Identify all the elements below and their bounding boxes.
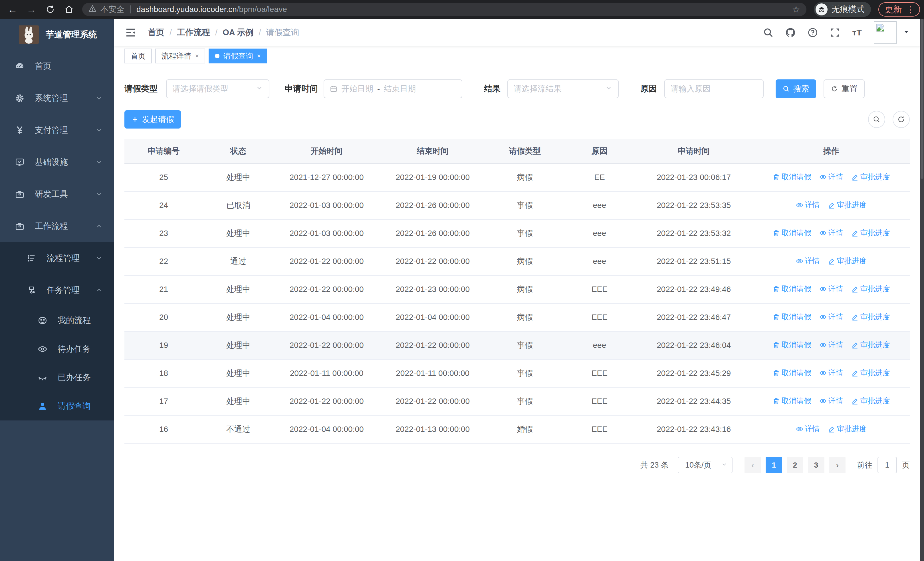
reload-icon[interactable] [45, 4, 56, 15]
bookmark-star-icon[interactable]: ☆ [792, 4, 800, 15]
sidebar-item-我的流程[interactable]: 我的流程 [0, 306, 114, 335]
chevron-down-icon [95, 95, 103, 102]
sidebar-item-待办任务[interactable]: 待办任务 [0, 335, 114, 363]
cancel-action-link[interactable]: 取消请假 [772, 340, 811, 350]
search-icon[interactable] [761, 26, 775, 39]
detail-action-link[interactable]: 详情 [819, 340, 843, 350]
progress-action-link[interactable]: 审批进度 [828, 256, 867, 266]
progress-action-link[interactable]: 审批进度 [828, 424, 867, 434]
home-icon[interactable] [63, 4, 75, 15]
reset-button[interactable]: 重置 [824, 80, 865, 98]
progress-action-link[interactable]: 审批进度 [851, 368, 890, 378]
back-icon[interactable]: ← [7, 4, 18, 15]
cancel-action-link[interactable]: 取消请假 [772, 284, 811, 294]
refresh-table-button[interactable] [892, 111, 910, 128]
prev-page-button[interactable]: ‹ [744, 457, 761, 473]
table-header-row: 申请编号状态开始时间结束时间请假类型原因申请时间操作 [124, 139, 910, 163]
search-button[interactable]: 搜索 [776, 80, 816, 98]
progress-action-link[interactable]: 审批进度 [851, 396, 890, 406]
cancel-action-link[interactable]: 取消请假 [772, 312, 811, 322]
eye-icon [796, 425, 803, 433]
start-date-placeholder[interactable]: 开始日期 [341, 83, 373, 94]
tab-请假查询[interactable]: 请假查询× [208, 48, 267, 63]
sidebar-item-系统管理[interactable]: 系统管理 [0, 82, 114, 114]
sidebar-item-工作流程[interactable]: 工作流程 [0, 210, 114, 242]
github-icon[interactable] [784, 26, 797, 39]
cell-apply-time: 2022-01-22 23:51:15 [635, 247, 753, 275]
scrollbar-thumb[interactable] [921, 19, 923, 179]
breadcrumb-item[interactable]: OA 示例 [223, 27, 254, 38]
detail-action-link[interactable]: 详情 [819, 368, 843, 378]
detail-action-link[interactable]: 详情 [796, 256, 820, 266]
progress-action-link[interactable]: 审批进度 [851, 228, 890, 238]
cancel-action-link[interactable]: 取消请假 [772, 396, 811, 406]
fullscreen-icon[interactable] [828, 26, 842, 39]
toggle-search-button[interactable] [868, 111, 885, 128]
detail-action-link[interactable]: 详情 [819, 312, 843, 322]
progress-action-link[interactable]: 审批进度 [828, 200, 867, 210]
cancel-action-link[interactable]: 取消请假 [772, 368, 811, 378]
sidebar-item-研发工具[interactable]: 研发工具 [0, 178, 114, 210]
reason-label: 原因 [640, 83, 657, 95]
sidebar-item-支付管理[interactable]: 支付管理 [0, 114, 114, 146]
page-button-3[interactable]: 3 [808, 457, 824, 473]
flow-icon [27, 253, 36, 263]
sidebar-item-已办任务[interactable]: 已办任务 [0, 363, 114, 392]
create-leave-button[interactable]: 发起请假 [124, 110, 181, 129]
tab-首页[interactable]: 首页 [124, 48, 152, 63]
sidebar-item-流程管理[interactable]: 流程管理 [0, 242, 114, 274]
detail-action-link[interactable]: 详情 [819, 172, 843, 182]
detail-action-link[interactable]: 详情 [819, 396, 843, 406]
breadcrumb-item[interactable]: 工作流程 [177, 27, 210, 38]
forward-icon[interactable]: → [26, 4, 37, 15]
breadcrumb-item[interactable]: 首页 [148, 27, 164, 38]
user-menu-caret-icon[interactable] [903, 29, 910, 36]
edit-icon [851, 313, 859, 321]
sidebar-item-请假查询[interactable]: 请假查询 [0, 392, 114, 420]
browser-menu-icon[interactable]: ⋮ [906, 5, 915, 15]
breadcrumb-separator: / [170, 28, 172, 38]
cell-reason: EE [564, 163, 635, 191]
sidebar-item-任务管理[interactable]: 任务管理 [0, 274, 114, 306]
next-page-button[interactable]: › [829, 457, 846, 473]
progress-action-link[interactable]: 审批进度 [851, 312, 890, 322]
page-button-1[interactable]: 1 [766, 457, 782, 473]
detail-action-link[interactable]: 详情 [796, 424, 820, 434]
tab-流程详情[interactable]: 流程详情× [155, 48, 205, 63]
sidebar-item-首页[interactable]: 首页 [0, 50, 114, 82]
help-icon[interactable] [806, 26, 819, 39]
goto-page-input[interactable]: 1 [878, 457, 897, 473]
end-date-placeholder[interactable]: 结束日期 [384, 83, 416, 94]
apply-time-range-picker[interactable]: 开始日期 - 结束日期 [324, 80, 462, 98]
font-size-icon[interactable]: TT [850, 26, 864, 39]
urlbar-divider [130, 5, 131, 14]
sidebar-collapse-icon[interactable] [124, 26, 137, 39]
page-button-2[interactable]: 2 [787, 457, 803, 473]
page-scrollbar[interactable] [920, 19, 924, 561]
action-label: 详情 [828, 284, 843, 294]
leave-type-select[interactable]: 请选择请假类型 [166, 80, 269, 98]
progress-action-link[interactable]: 审批进度 [851, 284, 890, 294]
reason-input[interactable]: 请输入原因 [664, 80, 764, 98]
cancel-action-link[interactable]: 取消请假 [772, 172, 811, 182]
close-icon[interactable]: × [195, 52, 199, 60]
detail-action-link[interactable]: 详情 [819, 228, 843, 238]
progress-action-link[interactable]: 审批进度 [851, 172, 890, 182]
browser-update-button[interactable]: 更新 ⋮ [878, 2, 920, 17]
user-avatar[interactable] [874, 21, 897, 44]
page-size-select[interactable]: 10条/页 [678, 457, 732, 473]
content: 请假类型 请选择请假类型 申请时间 开始日期 - 结束 [114, 66, 920, 561]
result-select[interactable]: 请选择流结果 [507, 80, 619, 98]
address-bar[interactable]: 不安全 dashboard.yudao.iocoder.cn/bpm/oa/le… [82, 3, 806, 16]
update-label[interactable]: 更新 [885, 4, 902, 15]
detail-action-link[interactable]: 详情 [819, 284, 843, 294]
detail-action-link[interactable]: 详情 [796, 200, 820, 210]
close-icon[interactable]: × [257, 52, 261, 60]
app-logo-row[interactable]: 芋道管理系统 [0, 19, 114, 50]
leave-type-label: 请假类型 [124, 83, 158, 95]
sidebar-item-基础设施[interactable]: 基础设施 [0, 146, 114, 178]
face-icon [38, 316, 47, 325]
cancel-action-link[interactable]: 取消请假 [772, 228, 811, 238]
progress-action-link[interactable]: 审批进度 [851, 340, 890, 350]
cell-id: 24 [124, 191, 203, 220]
